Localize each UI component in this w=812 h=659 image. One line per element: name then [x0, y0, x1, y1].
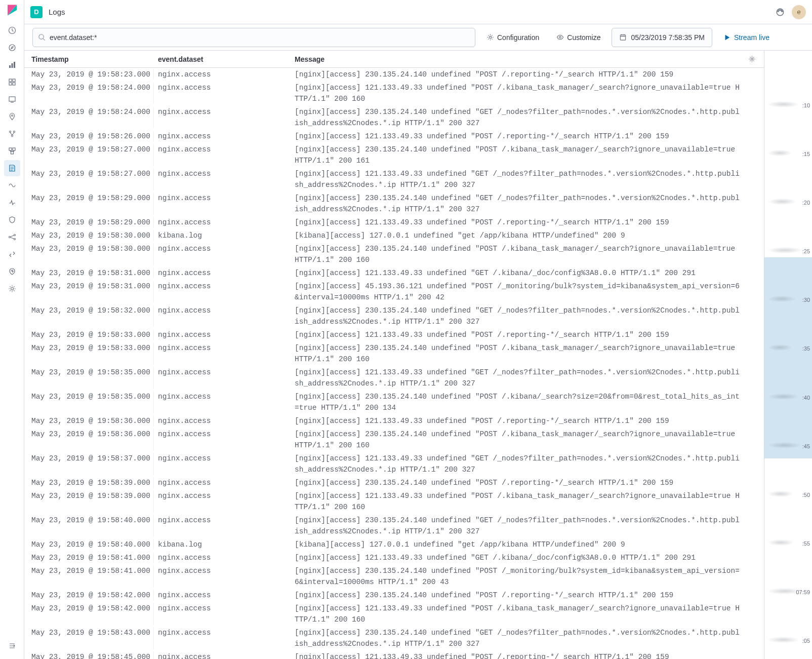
log-message: [kibana][access] 127.0.0.1 undefined "ge…: [291, 230, 764, 241]
log-row[interactable]: May 23, 2019 @ 19:58:39.000nginx.access[…: [24, 489, 764, 514]
configuration-button[interactable]: Configuration: [480, 28, 545, 47]
log-row[interactable]: May 23, 2019 @ 19:58:36.000nginx.access[…: [24, 428, 764, 452]
svg-point-22: [11, 288, 13, 290]
nav-maps-icon[interactable]: [4, 108, 20, 125]
log-message: [nginx][access] 230.135.24.140 undefined…: [291, 515, 764, 537]
column-dataset[interactable]: event.dataset: [154, 55, 291, 63]
space-selector[interactable]: D: [30, 6, 43, 18]
gear-icon: [748, 55, 756, 63]
log-timestamp: May 23, 2019 @ 19:58:31.000: [24, 281, 154, 303]
log-row[interactable]: May 23, 2019 @ 19:58:36.000nginx.access[…: [24, 414, 764, 428]
customize-button[interactable]: Customize: [550, 28, 606, 47]
log-row[interactable]: May 23, 2019 @ 19:58:33.000nginx.access[…: [24, 328, 764, 341]
minimap-density-blob: [768, 637, 798, 643]
nav-canvas-icon[interactable]: [4, 91, 20, 107]
svg-point-21: [14, 239, 15, 240]
stream-label: Stream live: [734, 33, 769, 42]
nav-discover-icon[interactable]: [4, 40, 20, 56]
log-row[interactable]: May 23, 2019 @ 19:58:27.000nginx.access[…: [24, 167, 764, 191]
log-dataset: nginx.access: [154, 627, 291, 649]
log-row[interactable]: May 23, 2019 @ 19:58:39.000nginx.access[…: [24, 476, 764, 489]
log-row[interactable]: May 23, 2019 @ 19:58:37.000nginx.access[…: [24, 452, 764, 476]
log-message: [nginx][access] 230.135.24.140 undefined…: [291, 590, 764, 601]
log-row[interactable]: May 23, 2019 @ 19:58:42.000nginx.access[…: [24, 589, 764, 602]
log-timestamp: May 23, 2019 @ 19:58:35.000: [24, 367, 154, 389]
breadcrumb: Logs: [49, 8, 65, 16]
column-settings-button[interactable]: [744, 55, 760, 63]
log-timestamp: May 23, 2019 @ 19:58:40.000: [24, 515, 154, 537]
log-dataset: nginx.access: [154, 429, 291, 451]
log-row[interactable]: May 23, 2019 @ 19:58:30.000nginx.access[…: [24, 242, 764, 266]
log-row[interactable]: May 23, 2019 @ 19:58:41.000nginx.access[…: [24, 551, 764, 564]
log-dataset: nginx.access: [154, 106, 291, 129]
nav-devtools-icon[interactable]: [4, 246, 20, 262]
log-dataset: nginx.access: [154, 267, 291, 279]
nav-siem-icon[interactable]: [4, 212, 20, 228]
nav-uptime-icon[interactable]: [4, 195, 20, 211]
minimap[interactable]: :10:15:20:25:30:35:40:45:50:5507:59:05: [764, 51, 812, 659]
nav-logs-icon[interactable]: [4, 160, 20, 176]
log-dataset: nginx.access: [154, 552, 291, 563]
minimap-density-blob: [768, 588, 801, 594]
minimap-density-blob: [768, 247, 801, 253]
log-dataset: nginx.access: [154, 192, 291, 215]
log-row[interactable]: May 23, 2019 @ 19:58:23.000nginx.access[…: [24, 68, 764, 81]
log-message: [nginx][access] 230.135.24.140 undefined…: [291, 391, 764, 413]
log-timestamp: May 23, 2019 @ 19:58:39.000: [24, 490, 154, 513]
log-message: [nginx][access] 121.133.49.33 undefined …: [291, 217, 764, 228]
newsfeed-icon[interactable]: [776, 8, 785, 17]
log-row[interactable]: May 23, 2019 @ 19:58:40.000nginx.access[…: [24, 514, 764, 538]
log-row[interactable]: May 23, 2019 @ 19:58:24.000nginx.access[…: [24, 81, 764, 105]
log-row[interactable]: May 23, 2019 @ 19:58:33.000nginx.access[…: [24, 341, 764, 366]
log-timestamp: May 23, 2019 @ 19:58:40.000: [24, 539, 154, 550]
log-row[interactable]: May 23, 2019 @ 19:58:42.000nginx.access[…: [24, 602, 764, 626]
stream-live-button[interactable]: Stream live: [717, 28, 776, 47]
log-row[interactable]: May 23, 2019 @ 19:58:27.000nginx.access[…: [24, 143, 764, 167]
nav-apm-icon[interactable]: [4, 177, 20, 193]
column-message[interactable]: Message: [291, 55, 744, 63]
log-row[interactable]: May 23, 2019 @ 19:58:29.000nginx.access[…: [24, 216, 764, 229]
kibana-logo[interactable]: [6, 4, 18, 16]
search-box[interactable]: [32, 28, 475, 47]
column-timestamp[interactable]: Timestamp: [24, 55, 154, 63]
log-row[interactable]: May 23, 2019 @ 19:58:31.000nginx.access[…: [24, 280, 764, 304]
minimap-density-blob: [768, 150, 791, 156]
nav-recent-icon[interactable]: [4, 22, 20, 38]
log-row[interactable]: May 23, 2019 @ 19:58:43.000nginx.access[…: [24, 626, 764, 650]
log-row[interactable]: May 23, 2019 @ 19:58:31.000nginx.access[…: [24, 266, 764, 280]
search-input[interactable]: [50, 33, 470, 42]
minimap-highlight[interactable]: [764, 257, 812, 458]
nav-ml-icon[interactable]: [4, 126, 20, 142]
log-row[interactable]: May 23, 2019 @ 19:58:32.000nginx.access[…: [24, 304, 764, 328]
log-timestamp: May 23, 2019 @ 19:58:30.000: [24, 243, 154, 265]
nav-dashboard-icon[interactable]: [4, 74, 20, 90]
log-rows[interactable]: May 23, 2019 @ 19:58:23.000nginx.access[…: [24, 68, 764, 659]
log-row[interactable]: May 23, 2019 @ 19:58:35.000nginx.access[…: [24, 390, 764, 414]
log-row[interactable]: May 23, 2019 @ 19:58:30.000kibana.log[ki…: [24, 229, 764, 242]
log-row[interactable]: May 23, 2019 @ 19:58:40.000kibana.log[ki…: [24, 538, 764, 551]
log-row[interactable]: May 23, 2019 @ 19:58:26.000nginx.access[…: [24, 130, 764, 143]
log-row[interactable]: May 23, 2019 @ 19:58:45.000nginx.access[…: [24, 650, 764, 659]
nav-monitoring-icon[interactable]: [4, 263, 20, 280]
svg-rect-9: [9, 83, 12, 85]
minimap-tick: :10: [802, 102, 810, 108]
log-row[interactable]: May 23, 2019 @ 19:58:29.000nginx.access[…: [24, 191, 764, 216]
nav-visualize-icon[interactable]: [4, 57, 20, 73]
minimap-density-blob: [768, 442, 800, 448]
date-picker-button[interactable]: 05/23/2019 7:58:35 PM: [612, 28, 712, 47]
log-message: [nginx][access] 121.133.49.33 undefined …: [291, 367, 764, 389]
nav-collapse-icon[interactable]: [4, 638, 20, 654]
log-row[interactable]: May 23, 2019 @ 19:58:24.000nginx.access[…: [24, 105, 764, 130]
nav-graph-icon[interactable]: [4, 229, 20, 245]
log-row[interactable]: May 23, 2019 @ 19:58:35.000nginx.access[…: [24, 366, 764, 390]
nav-management-icon[interactable]: [4, 281, 20, 297]
log-timestamp: May 23, 2019 @ 19:58:24.000: [24, 106, 154, 129]
log-message: [nginx][access] 230.135.24.140 undefined…: [291, 565, 764, 588]
log-message: [nginx][access] 230.135.24.140 undefined…: [291, 477, 764, 488]
nav-infrastructure-icon[interactable]: [4, 143, 20, 159]
log-row[interactable]: May 23, 2019 @ 19:58:41.000nginx.access[…: [24, 564, 764, 589]
log-timestamp: May 23, 2019 @ 19:58:43.000: [24, 627, 154, 649]
log-message: [nginx][access] 121.133.49.33 undefined …: [291, 168, 764, 190]
user-avatar[interactable]: e: [792, 5, 806, 19]
log-dataset: nginx.access: [154, 281, 291, 303]
